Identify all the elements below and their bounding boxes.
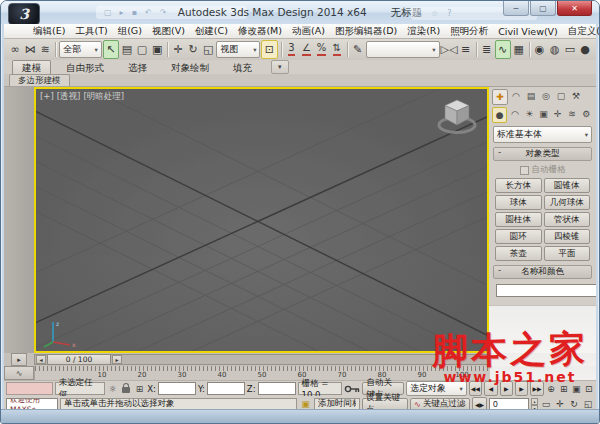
named-selection-sets-dropdown[interactable]: ▾ xyxy=(366,41,440,58)
snaps-toggle-button[interactable]: 3 xyxy=(284,41,298,58)
y-coordinate-field[interactable] xyxy=(207,382,245,395)
select-and-link-button[interactable]: ∞ xyxy=(8,41,22,58)
spinner-snap-button[interactable]: ⇅ xyxy=(330,41,344,58)
select-by-name-button[interactable]: ▤ xyxy=(120,41,134,58)
ribbon-tab-populate[interactable]: 填充 xyxy=(224,61,261,74)
render-setup-button[interactable]: ◍ xyxy=(548,41,562,58)
autogrid-checkbox[interactable] xyxy=(520,166,529,175)
box-button[interactable]: 长方体 xyxy=(495,178,542,193)
absolute-offset-toggle[interactable]: ⊞ xyxy=(134,382,145,395)
category-helpers[interactable]: ✛ xyxy=(551,107,564,121)
menu-views[interactable]: 视图(V) xyxy=(147,25,190,38)
select-object-button[interactable]: ↖ xyxy=(103,40,119,59)
go-to-start-button[interactable]: ◀◀ xyxy=(469,381,482,396)
rendered-frame-window-button[interactable]: ▭ xyxy=(563,41,577,58)
next-frame-button[interactable]: ▶ xyxy=(515,381,528,396)
menu-graph-editors[interactable]: 图形编辑器(D) xyxy=(330,25,402,38)
x-coordinate-field[interactable] xyxy=(158,382,196,395)
menu-civil-view[interactable]: Civil View(V) xyxy=(493,26,563,37)
viewport-pov-menu[interactable]: [透视] xyxy=(57,91,81,103)
tab-hierarchy[interactable]: ▤ xyxy=(524,89,538,103)
menu-modifiers[interactable]: 修改器(M) xyxy=(233,25,287,38)
category-space-warps[interactable]: ≋ xyxy=(565,107,578,121)
percent-snap-button[interactable]: % xyxy=(315,41,329,58)
unlink-selection-button[interactable]: ⋈ xyxy=(23,41,37,58)
previous-frame-arrow[interactable]: ◂ xyxy=(36,355,46,364)
menu-customize[interactable]: 自定义(U) xyxy=(563,25,600,38)
minimize-button[interactable]: ─ xyxy=(503,1,529,16)
menu-animation[interactable]: 动画(A) xyxy=(287,25,330,38)
pyramid-button[interactable]: 四棱锥 xyxy=(544,229,591,244)
material-editor-button[interactable]: ◉ xyxy=(533,41,547,58)
angle-snap-button[interactable]: ∠ xyxy=(299,41,313,58)
ribbon-tab-object-paint[interactable]: 对象绘制 xyxy=(162,61,218,74)
selection-filter-dropdown[interactable]: 全部 ▾ xyxy=(59,41,102,58)
plane-button[interactable]: 平面 xyxy=(544,246,591,261)
render-button[interactable]: ● xyxy=(578,41,592,58)
align-button[interactable]: ≡ xyxy=(459,41,473,58)
reference-coordinate-dropdown[interactable]: 视图 ▾ xyxy=(216,41,260,58)
layer-manager-button[interactable]: ≣ xyxy=(479,41,493,58)
torus-button[interactable]: 圆环 xyxy=(495,229,542,244)
teapot-button[interactable]: 茶壶 xyxy=(495,246,542,261)
track-bar-ruler[interactable]: 10 20 30 40 50 60 70 80 90 100 xyxy=(34,366,490,380)
object-type-rollout-header[interactable]: - 对象类型 xyxy=(493,147,592,161)
bind-to-space-warp-button[interactable]: ≋ xyxy=(38,41,52,58)
tab-create[interactable]: ✚ xyxy=(492,89,508,105)
menu-create[interactable]: 创建(C) xyxy=(190,25,233,38)
selection-region-button[interactable]: ▢ xyxy=(135,41,149,58)
close-button[interactable]: ✕ xyxy=(557,1,592,16)
open-mini-curve-editor-button[interactable]: ∿ xyxy=(4,366,34,380)
tab-modify[interactable]: ◠ xyxy=(509,89,523,103)
track-bar-arrow-button[interactable]: ▸ xyxy=(11,353,27,366)
sphere-button[interactable]: 球体 xyxy=(495,195,542,210)
viewport-shading-menu[interactable]: [明暗处理] xyxy=(83,91,124,103)
geosphere-button[interactable]: 几何球体 xyxy=(544,195,591,210)
menu-tools[interactable]: 工具(T) xyxy=(70,25,112,38)
select-and-move-button[interactable]: ✛ xyxy=(171,41,185,58)
category-geometry[interactable]: ● xyxy=(492,107,507,123)
menu-edit[interactable]: 编辑(E) xyxy=(28,25,70,38)
time-slider-track[interactable]: ◂ 0 / 100 ▸ xyxy=(34,354,489,365)
name-color-rollout-header[interactable]: - 名称和颜色 xyxy=(493,265,592,279)
primitive-category-dropdown[interactable]: 标准基本体 ▾ xyxy=(493,126,592,143)
tab-display[interactable]: ▢ xyxy=(554,89,568,103)
zoom-extents-button[interactable]: ▣ xyxy=(571,382,582,395)
set-key-icon[interactable] xyxy=(344,383,360,395)
select-and-rotate-button[interactable]: ↻ xyxy=(186,41,200,58)
tube-button[interactable]: 管状体 xyxy=(544,212,591,227)
menu-rendering[interactable]: 渲染(R) xyxy=(402,25,445,38)
viewport-general-menu[interactable]: [+] xyxy=(40,91,54,103)
category-cameras[interactable]: ▣ xyxy=(537,107,550,121)
select-and-scale-button[interactable]: ◱ xyxy=(201,41,215,58)
cone-button[interactable]: 圆锥体 xyxy=(544,178,591,193)
maxscript-mini-listener[interactable] xyxy=(6,382,53,395)
selection-lock-toggle[interactable] xyxy=(120,382,131,395)
z-coordinate-field[interactable] xyxy=(258,382,296,395)
play-button[interactable]: ▶ xyxy=(500,381,513,396)
isolate-selection-button[interactable]: ☼ xyxy=(107,382,118,395)
category-lights[interactable]: ☀ xyxy=(523,107,536,121)
category-systems[interactable]: ⚙ xyxy=(580,107,593,121)
tab-utilities[interactable]: ⚒ xyxy=(569,89,583,103)
go-to-end-button[interactable]: ▶▶ xyxy=(530,381,543,396)
time-slider[interactable]: 0 / 100 xyxy=(47,354,111,365)
window-crossing-button[interactable]: ▣ xyxy=(150,41,164,58)
graphite-ribbon-toggle-button[interactable]: ∿ xyxy=(495,40,511,59)
zoom-button[interactable]: ⊕ xyxy=(546,382,557,395)
selection-set-dropdown[interactable]: 选定对象 ▾ xyxy=(406,381,467,396)
application-button[interactable]: 3 xyxy=(8,3,40,25)
zoom-all-button[interactable]: ⊞ xyxy=(558,382,569,395)
edit-named-selection-sets-button[interactable]: ✎ xyxy=(351,41,365,58)
object-name-input[interactable] xyxy=(496,284,596,297)
ribbon-tab-modeling[interactable]: 建模 xyxy=(12,60,51,74)
maximize-button[interactable]: ▢ xyxy=(530,1,556,16)
viewport-layout-tab-bar[interactable] xyxy=(4,87,34,353)
schematic-view-button[interactable]: ▦ xyxy=(512,41,526,58)
viewcube[interactable] xyxy=(435,97,479,137)
cylinder-button[interactable]: 圆柱体 xyxy=(495,212,542,227)
previous-frame-button[interactable]: ◀ xyxy=(484,381,497,396)
ribbon-tab-selection[interactable]: 选择 xyxy=(119,61,156,74)
zoom-extents-all-button[interactable]: ⊡ xyxy=(583,382,594,395)
ribbon-panel-polygon-modeling[interactable]: 多边形建模 xyxy=(9,74,70,86)
